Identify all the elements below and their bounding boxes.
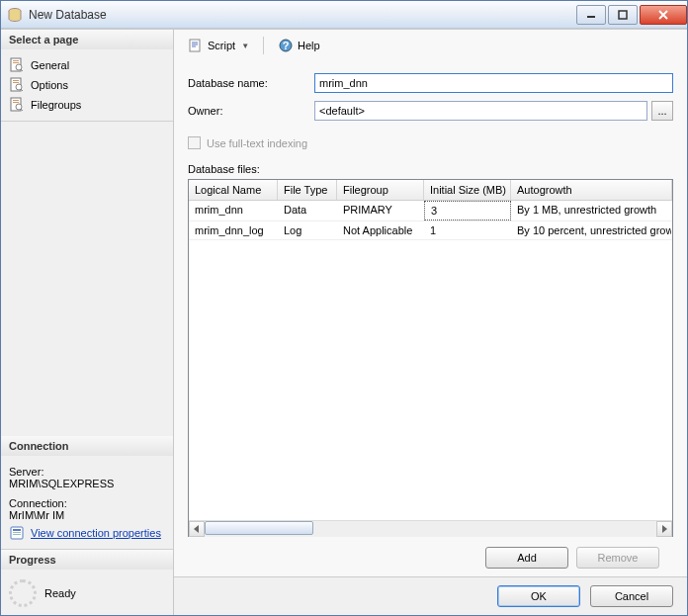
sidebar-item-options[interactable]: Options [9, 75, 165, 95]
db-name-row: Database name: [188, 73, 673, 93]
fulltext-row: Use full-text indexing [188, 136, 673, 149]
window-frame: New Database Select a page General Optio… [0, 0, 688, 616]
grid-body: mrim_dnn Data PRIMARY 3 By 1 MB, unrestr… [189, 201, 672, 520]
connection-label: Connection: [9, 497, 165, 509]
maximize-button[interactable] [608, 5, 638, 25]
svg-rect-2 [619, 11, 627, 19]
page-properties-icon [9, 97, 25, 113]
titlebar[interactable]: New Database [1, 1, 687, 29]
cell-filegroup: PRIMARY [337, 201, 424, 220]
sidebar: Select a page General Options Filegroups [1, 30, 174, 615]
connection-section: Connection Server: MRIM\SQLEXPRESS Conne… [1, 436, 173, 550]
scroll-track[interactable] [205, 521, 656, 537]
col-header-filegroup[interactable]: Filegroup [337, 180, 424, 200]
svg-rect-16 [13, 100, 19, 101]
connection-value: MrIM\Mr IM [9, 509, 165, 521]
svg-text:?: ? [283, 40, 290, 51]
script-icon [188, 38, 204, 53]
svg-rect-24 [190, 40, 200, 51]
sidebar-spacer [1, 122, 173, 436]
chevron-down-icon: ▼ [241, 42, 249, 50]
cell-type: Data [278, 201, 337, 220]
horizontal-scrollbar[interactable] [189, 520, 672, 536]
cell-size[interactable]: 3 [424, 201, 511, 220]
progress-spinner-icon [9, 579, 37, 607]
help-button[interactable]: ? Help [274, 36, 324, 55]
cell-logical: mrim_dnn_log [189, 221, 278, 239]
page-properties-icon [9, 77, 25, 93]
col-header-autogrowth[interactable]: Autogrowth [511, 180, 672, 200]
content-area: Database name: Owner: ... Use full-text … [174, 61, 687, 576]
sidebar-item-general[interactable]: General [9, 55, 165, 75]
dialog-footer: OK Cancel [174, 576, 687, 615]
col-header-type[interactable]: File Type [278, 180, 337, 200]
col-header-size[interactable]: Initial Size (MB) [424, 180, 511, 200]
table-row[interactable]: mrim_dnn_log Log Not Applicable 1 By 10 … [189, 221, 672, 240]
dialog-body: Select a page General Options Filegroups [1, 29, 687, 615]
scroll-right-button[interactable] [656, 521, 672, 537]
cancel-button[interactable]: Cancel [590, 585, 673, 607]
cell-filegroup: Not Applicable [337, 221, 424, 239]
progress-header: Progress [1, 550, 173, 570]
svg-rect-17 [13, 102, 19, 103]
sidebar-item-label: Options [31, 79, 68, 91]
svg-rect-11 [13, 80, 19, 81]
script-label: Script [208, 40, 235, 51]
owner-label: Owner: [188, 105, 314, 117]
cell-size: 1 [424, 221, 511, 239]
cell-autogrowth: By 10 percent, unrestricted growth [511, 221, 672, 239]
progress-section: Progress Ready [1, 550, 173, 615]
grid-actions: Add Remove [188, 537, 673, 576]
owner-input[interactable] [314, 101, 647, 121]
cell-logical: mrim_dnn [189, 201, 278, 220]
svg-rect-22 [13, 532, 21, 533]
help-label: Help [298, 40, 320, 51]
fulltext-label: Use full-text indexing [207, 137, 307, 149]
sidebar-item-label: Filegroups [31, 99, 81, 111]
scroll-thumb[interactable] [205, 521, 313, 535]
cell-autogrowth: By 1 MB, unrestricted growth [511, 201, 672, 220]
table-row[interactable]: mrim_dnn Data PRIMARY 3 By 1 MB, unrestr… [189, 201, 672, 221]
main-panel: Script ▼ ? Help Database name: Owner: [174, 30, 687, 615]
page-properties-icon [9, 57, 25, 73]
window-title: New Database [29, 8, 107, 22]
svg-rect-21 [13, 529, 21, 531]
titlebar-left: New Database [7, 7, 107, 23]
owner-browse-button[interactable]: ... [651, 101, 673, 121]
database-icon [7, 7, 23, 23]
select-page-header: Select a page [1, 30, 173, 49]
svg-rect-7 [13, 62, 19, 63]
owner-row: Owner: ... [188, 101, 673, 121]
view-connection-properties-text: View connection properties [31, 527, 161, 539]
svg-rect-23 [13, 534, 21, 535]
scroll-left-button[interactable] [189, 521, 205, 537]
ellipsis-icon: ... [657, 105, 666, 117]
select-page-section: Select a page General Options Filegroups [1, 30, 173, 122]
sidebar-item-label: General [31, 59, 69, 71]
properties-icon [9, 525, 25, 541]
cell-type: Log [278, 221, 337, 239]
sidebar-item-filegroups[interactable]: Filegroups [9, 95, 165, 115]
db-name-input[interactable] [314, 73, 673, 93]
fulltext-checkbox [188, 136, 201, 149]
database-files-grid[interactable]: Logical Name File Type Filegroup Initial… [188, 179, 673, 537]
ok-button[interactable]: OK [497, 585, 580, 607]
svg-rect-6 [13, 60, 19, 61]
grid-header-row: Logical Name File Type Filegroup Initial… [189, 180, 672, 201]
db-name-label: Database name: [188, 77, 314, 89]
help-icon: ? [278, 38, 294, 53]
server-label: Server: [9, 466, 165, 478]
connection-header: Connection [1, 436, 173, 456]
close-button[interactable] [640, 5, 687, 25]
view-connection-properties-link[interactable]: View connection properties [9, 525, 161, 541]
window-controls [574, 5, 687, 25]
script-button[interactable]: Script ▼ [184, 36, 253, 55]
progress-status: Ready [44, 587, 76, 599]
col-header-logical[interactable]: Logical Name [189, 180, 278, 200]
svg-rect-12 [13, 82, 19, 83]
toolbar: Script ▼ ? Help [174, 30, 687, 61]
minimize-button[interactable] [576, 5, 606, 25]
database-files-label: Database files: [188, 163, 673, 175]
add-button[interactable]: Add [485, 547, 568, 569]
toolbar-separator [263, 37, 264, 54]
